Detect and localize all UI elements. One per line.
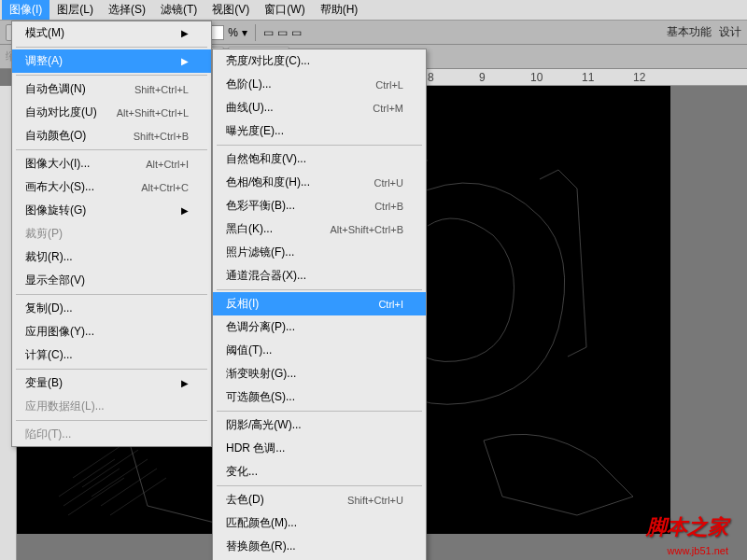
adjust-menu-item[interactable]: 曲线(U)...Ctrl+M <box>213 96 426 119</box>
menu-item-label: 裁切(R)... <box>25 249 73 265</box>
menu-item-label: 曝光度(E)... <box>226 123 284 139</box>
doc-icon[interactable]: ▭ <box>291 26 302 39</box>
workspace-design[interactable]: 设计 <box>719 24 741 40</box>
menu-separator <box>16 420 207 421</box>
menu-shortcut: Alt+Ctrl+I <box>146 159 189 170</box>
menu-item-label: 色阶(L)... <box>226 77 272 92</box>
toolbar-separator <box>255 24 256 41</box>
ruler-mark: 10 <box>530 71 543 84</box>
adjust-menu-item[interactable]: 反相(I)Ctrl+I <box>213 292 426 315</box>
menu-item-label: 显示全部(V) <box>25 273 85 288</box>
adjust-menu-item[interactable]: 色调分离(P)... <box>213 315 426 339</box>
submenu-arrow-icon: ▶ <box>181 28 189 38</box>
doc-icon[interactable]: ▭ <box>263 26 274 39</box>
menu-item-label: 通道混合器(X)... <box>226 268 306 284</box>
image-menu-item[interactable]: 调整(A)▶ <box>12 49 211 73</box>
menu-item-label: 自动对比度(U) <box>25 105 97 120</box>
menu-item-label: 替换颜色(R)... <box>226 539 296 554</box>
menu-shortcut: Ctrl+M <box>373 103 403 114</box>
adjust-menu-item[interactable]: 阴影/高光(W)... <box>213 413 426 437</box>
menu-item-label: 色相/饱和度(H)... <box>226 175 310 190</box>
menu-item-label: 变量(B) <box>25 375 63 391</box>
menu-separator <box>217 289 422 290</box>
image-menu-item[interactable]: 模式(M)▶ <box>12 21 211 45</box>
image-menu-item[interactable]: 自动色调(N)Shift+Ctrl+L <box>12 77 211 101</box>
menu-view[interactable]: 视图(V) <box>204 0 257 20</box>
menu-item-label: 变化... <box>226 464 258 480</box>
menu-separator <box>16 294 207 295</box>
menu-image[interactable]: 图像(I) <box>2 0 49 20</box>
menu-item-label: 模式(M) <box>25 25 64 41</box>
menu-item-label: 色调分离(P)... <box>226 319 295 335</box>
menu-layer[interactable]: 图层(L) <box>49 0 101 20</box>
menu-help[interactable]: 帮助(H) <box>313 0 366 20</box>
menu-item-label: 自动颜色(O) <box>25 128 86 144</box>
adjust-menu-item[interactable]: 色相/饱和度(H)...Ctrl+U <box>213 171 426 194</box>
menu-shortcut: Shift+Ctrl+U <box>347 495 403 506</box>
image-menu-item[interactable]: 图像大小(I)...Alt+Ctrl+I <box>12 152 211 175</box>
image-menu-item[interactable]: 画布大小(S)...Alt+Ctrl+C <box>12 175 211 199</box>
menu-separator <box>16 47 207 48</box>
menu-item-label: HDR 色调... <box>226 441 285 456</box>
adjust-menu-item[interactable]: 黑白(K)...Alt+Shift+Ctrl+B <box>213 217 426 241</box>
adjust-menu-item[interactable]: 去色(D)Shift+Ctrl+U <box>213 488 426 511</box>
menu-item-label: 渐变映射(G)... <box>226 366 296 382</box>
adjust-menu-item[interactable]: 照片滤镜(F)... <box>213 241 426 264</box>
image-menu-item[interactable]: 图像旋转(G)▶ <box>12 199 211 222</box>
workspace-essentials[interactable]: 基本功能 <box>667 24 712 40</box>
adjust-menu-item[interactable]: 色阶(L)...Ctrl+L <box>213 73 426 96</box>
adjust-menu-item[interactable]: HDR 色调... <box>213 437 426 460</box>
image-menu-item[interactable]: 自动对比度(U)Alt+Shift+Ctrl+L <box>12 101 211 124</box>
adjust-menu-item[interactable]: 阈值(T)... <box>213 339 426 362</box>
adjust-menu-item[interactable]: 自然饱和度(V)... <box>213 147 426 171</box>
image-menu-item[interactable]: 自动颜色(O)Shift+Ctrl+B <box>12 124 211 147</box>
ruler-mark: 9 <box>479 71 486 84</box>
menu-item-label: 复制(D)... <box>25 301 73 316</box>
image-menu-item: 裁剪(P) <box>12 222 211 245</box>
menu-item-label: 亮度/对比度(C)... <box>226 53 310 69</box>
menu-item-label: 色彩平衡(B)... <box>226 198 295 214</box>
menu-shortcut: Ctrl+I <box>378 299 403 310</box>
adjust-menu-item[interactable]: 亮度/对比度(C)... <box>213 49 426 73</box>
menu-shortcut: Shift+Ctrl+L <box>134 84 189 95</box>
image-menu-item[interactable]: 计算(C)... <box>12 343 211 367</box>
menu-shortcut: Ctrl+B <box>374 201 403 212</box>
adjust-menu-item[interactable]: 替换颜色(R)... <box>213 535 426 558</box>
menu-separator <box>217 145 422 146</box>
menu-window[interactable]: 窗口(W) <box>257 0 312 20</box>
ruler-mark: 11 <box>582 71 594 84</box>
menu-separator <box>217 411 422 412</box>
image-menu-item[interactable]: 应用图像(Y)... <box>12 320 211 343</box>
adjust-menu-item[interactable]: 匹配颜色(M)... <box>213 511 426 535</box>
doc-icon[interactable]: ▭ <box>277 26 288 39</box>
menu-shortcut: Alt+Ctrl+C <box>141 182 189 193</box>
image-menu-item[interactable]: 裁切(R)... <box>12 245 211 269</box>
chevron-down-icon[interactable]: ▾ <box>242 26 247 39</box>
menu-item-label: 自然饱和度(V)... <box>226 151 306 167</box>
watermark-brand: 脚本之家 <box>646 513 728 541</box>
menu-separator <box>16 75 207 76</box>
menu-select[interactable]: 选择(S) <box>101 0 153 20</box>
image-menu-item[interactable]: 显示全部(V) <box>12 269 211 292</box>
menu-item-label: 应用图像(Y)... <box>25 324 94 340</box>
menu-filter[interactable]: 滤镜(T) <box>153 0 204 20</box>
menu-item-label: 黑白(K)... <box>226 221 273 237</box>
adjust-menu-item[interactable]: 色彩平衡(B)...Ctrl+B <box>213 194 426 217</box>
menu-item-label: 陷印(T)... <box>25 427 71 442</box>
adjust-menu-item[interactable]: 可选颜色(S)... <box>213 385 426 409</box>
menu-item-label: 图像大小(I)... <box>25 156 90 172</box>
submenu-arrow-icon: ▶ <box>181 205 189 216</box>
adjust-menu-item[interactable]: 曝光度(E)... <box>213 119 426 143</box>
adjust-menu-item[interactable]: 变化... <box>213 460 426 483</box>
menu-item-label: 裁剪(P) <box>25 226 63 242</box>
menu-separator <box>217 485 422 486</box>
menu-item-label: 可选颜色(S)... <box>226 389 295 405</box>
adjust-menu-item[interactable]: 通道混合器(X)... <box>213 264 426 287</box>
submenu-arrow-icon: ▶ <box>181 56 189 66</box>
image-menu-item[interactable]: 复制(D)... <box>12 297 211 320</box>
adjust-menu-item[interactable]: 渐变映射(G)... <box>213 362 426 385</box>
menu-item-label: 计算(C)... <box>25 347 73 363</box>
image-menu-item: 应用数据组(L)... <box>12 395 211 418</box>
image-menu-item[interactable]: 变量(B)▶ <box>12 371 211 395</box>
menu-shortcut: Ctrl+L <box>375 79 403 91</box>
